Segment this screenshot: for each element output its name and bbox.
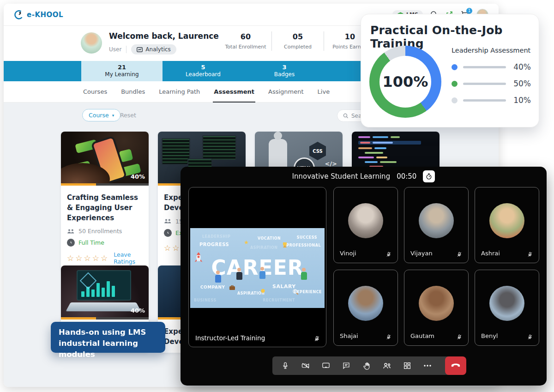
participant-tile[interactable]: Vinoji [333,187,398,263]
meeting-toolbar [272,356,457,375]
participant-name: Benyl [481,332,498,339]
meeting-title: Innovative Student Learning [292,172,391,181]
more-options-button[interactable] [423,361,432,370]
participant-avatar [348,203,383,238]
tab-live[interactable]: Live [318,81,330,103]
participant-name: Vinoji [340,250,356,257]
mic-off-icon[interactable] [385,334,392,340]
banner-line2: industrial learning modules [59,338,157,360]
brand-logo[interactable]: e-KHOOL [14,10,63,20]
banner-line1: Hands-on using LMS [59,327,157,338]
profile-avatar[interactable] [81,32,102,54]
layout-grid-button[interactable] [403,361,412,370]
figure-illustration [259,267,266,283]
donut-center-value: 100% [383,73,428,90]
schedule-row: Full Time [67,239,143,247]
screen: e-KHOOL LMS 1 [0,0,554,392]
legend-line [463,83,506,85]
course-image: 40% [61,132,149,183]
participant-name: Vijayan [410,250,433,257]
legend-line [463,99,506,102]
reset-filters-button[interactable]: Reset [120,112,136,119]
participant-tile[interactable]: Gautam [404,270,469,346]
mic-off-icon[interactable] [456,334,463,340]
divider [126,46,126,53]
chevron-down-icon: ▾ [112,113,114,118]
figure-illustration [235,268,243,284]
search-icon [343,113,349,119]
meeting-timer: 00:50 [397,172,416,181]
participants-button[interactable] [382,361,391,370]
leave-ratings-link[interactable]: Leave Ratings [114,251,143,265]
participant-name: Gautam [410,332,434,339]
legend-value: 40% [512,62,531,72]
chart-icon [137,47,143,52]
progress-badge: 40% [131,307,145,314]
participant-avatar [419,203,454,238]
legend-row: 50% [452,79,531,88]
participant-avatar [489,203,524,238]
people-icon [164,218,172,224]
nav-tab-leaderboard[interactable]: 5 Leaderboard [163,61,244,81]
analytics-label: Analytics [145,46,171,53]
role-label[interactable]: User [109,46,121,53]
tab-assignment[interactable]: Assignment [268,81,304,103]
lightbulb-icon [260,289,265,295]
course-card[interactable]: 40% Crafting Seamless & Engaging User Ex… [61,132,149,271]
participant-tile[interactable]: Shajai [333,270,398,346]
chart-legend: Leadership Assessment 40% 50% 10% [452,47,531,112]
logo-icon [14,10,24,20]
presenter-tile[interactable]: LEADERSHIP PROGRESS ★ VOCATION SUCCESS P… [188,187,326,347]
participant-tile[interactable]: Ashrai [475,187,539,263]
greeting-text: Welcome back, Laurence [109,31,219,41]
briefcase-icon [229,285,235,290]
mic-off-icon[interactable] [313,335,320,342]
screen-share-button[interactable] [321,361,331,370]
mic-off-icon[interactable] [527,334,533,340]
tab-bundles[interactable]: Bundles [121,81,145,103]
progress-badge: 40% [131,173,145,180]
participants-grid: Vinoji Vijayan Ashrai Shajai Gautam [333,187,539,346]
legend-row: 40% [452,62,531,72]
tab-courses[interactable]: Courses [83,81,107,103]
tab-learning-path[interactable]: Learning Path [159,81,200,103]
participant-tile[interactable]: Vijayan [404,187,469,263]
schedule-text: Full Time [78,239,104,246]
participant-tile[interactable]: Benyl [475,270,539,346]
mic-off-icon[interactable] [456,251,463,258]
microphone-button[interactable] [281,361,290,370]
trophy-icon [282,242,288,248]
chat-button[interactable] [342,361,351,370]
timer-button[interactable] [423,170,435,182]
nav-tab-my-learning[interactable]: 21 My Learning [81,61,163,81]
legend-dot-green [452,81,458,87]
clock-icon [164,229,172,237]
star-rating[interactable]: ☆☆☆☆☆ [67,254,109,262]
figure-illustration [300,268,307,284]
legend-line [463,66,506,68]
mic-off-icon[interactable] [385,251,392,258]
legend-dot-gray [452,97,458,103]
career-slide-image: LEADERSHIP PROGRESS ★ VOCATION SUCCESS P… [190,228,325,308]
tab-assessment[interactable]: Assessment [214,81,254,103]
participant-avatar [419,286,454,321]
legend-value: 10% [512,96,531,105]
camera-off-button[interactable] [301,361,310,370]
assessment-stats-card: Practical On-the-Job Training 100% Leade… [361,14,539,127]
participant-name: Shajai [340,332,358,339]
star-glyph: ★ [244,239,249,246]
legend-title: Leadership Assessment [452,47,531,54]
end-call-button[interactable] [445,356,466,375]
analytics-toggle[interactable]: Analytics [131,44,176,54]
cart-count-badge: 1 [466,8,472,14]
people-icon [67,229,75,234]
participant-avatar [348,286,383,321]
mic-off-icon[interactable] [527,251,533,258]
nav-tab-badges[interactable]: 3 Badges [244,61,325,81]
raise-hand-button[interactable] [362,361,371,370]
stat-completed: 05 Completed [272,32,324,50]
stats-strip: 60 Total Enrollment 05 Completed 10 Poin… [220,31,376,51]
course-title: Crafting Seamless & Engaging User Experi… [67,193,143,223]
course-filter-label: Course [89,112,109,119]
course-filter-dropdown[interactable]: Course ▾ [82,109,120,121]
